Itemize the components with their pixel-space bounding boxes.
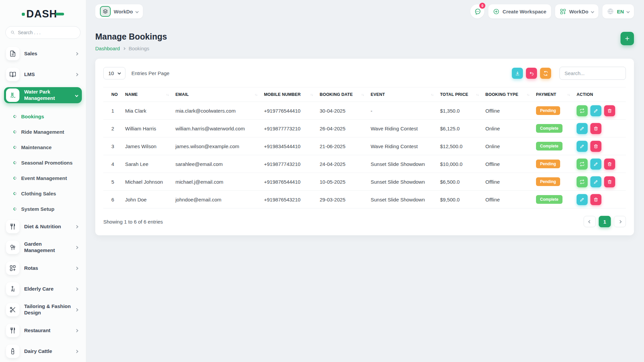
cell-event: Sunset Slide Showdown bbox=[367, 173, 437, 191]
book-icon bbox=[6, 68, 19, 81]
edit-button[interactable] bbox=[590, 176, 601, 187]
sidebar-subitem-maintenance[interactable]: Maintenance bbox=[4, 139, 82, 155]
app-logo[interactable]: DASH bbox=[0, 8, 86, 20]
delete-button[interactable] bbox=[590, 123, 601, 134]
sidebar: DASH Sales LMS bbox=[0, 0, 86, 362]
delete-button[interactable] bbox=[590, 194, 601, 205]
language-selector[interactable]: EN bbox=[602, 4, 634, 18]
cell-event: Sunset Slide Showdown bbox=[367, 191, 437, 208]
sidebar-item-label: Garden Management bbox=[24, 241, 71, 254]
sidebar-item-tailoring-fashion-design[interactable]: Tailoring & Fashion Design bbox=[4, 302, 82, 318]
edit-button[interactable] bbox=[577, 123, 588, 134]
waterslide-icon bbox=[6, 88, 19, 102]
language-label: EN bbox=[617, 9, 624, 14]
cell-mobile: +919877773210 bbox=[261, 120, 316, 137]
sort-icon[interactable]: ↑↓ bbox=[567, 93, 570, 97]
cell-name: James Wilson bbox=[122, 137, 172, 155]
cell-no: 5 bbox=[103, 173, 122, 191]
table-actions bbox=[512, 67, 626, 80]
cell-mobile: +919834544410 bbox=[261, 137, 316, 155]
cell-action bbox=[573, 102, 626, 120]
sidebar-item-rotas[interactable]: Rotas bbox=[4, 260, 82, 276]
sort-icon[interactable]: ↑↓ bbox=[431, 93, 433, 97]
cell-email: william.harris@waterworld.com bbox=[172, 120, 261, 137]
sidebar-item-restaurant[interactable]: Restaurant bbox=[4, 322, 82, 339]
delete-button[interactable] bbox=[604, 176, 615, 187]
subitem-label: Bookings bbox=[21, 114, 44, 119]
back-button[interactable] bbox=[526, 68, 537, 79]
workspace-name: WorkDo bbox=[114, 9, 133, 14]
table-search-input[interactable] bbox=[559, 67, 626, 80]
edit-button[interactable] bbox=[577, 194, 588, 205]
pencil-icon bbox=[593, 179, 598, 184]
pagination-next-button[interactable] bbox=[614, 216, 626, 227]
sidebar-item-lms[interactable]: LMS bbox=[4, 66, 82, 82]
pencil-icon bbox=[580, 144, 585, 149]
col-header-price: TOTAL PRICE↑↓ bbox=[437, 87, 482, 102]
pagination-page-1[interactable]: 1 bbox=[599, 216, 611, 227]
app-root: DASH Sales LMS bbox=[0, 0, 644, 362]
sidebar-subitem-bookings[interactable]: Bookings bbox=[4, 109, 82, 124]
trash-icon bbox=[607, 162, 612, 167]
sidebar-subitem-ride-management[interactable]: Ride Management bbox=[4, 124, 82, 139]
cell-mobile: +919877743210 bbox=[261, 155, 316, 173]
bullet-icon bbox=[13, 114, 17, 119]
sidebar-subitem-system-setup[interactable]: System Setup bbox=[4, 201, 82, 217]
edit-button[interactable] bbox=[577, 141, 588, 152]
delete-button[interactable] bbox=[604, 159, 615, 170]
cell-date: 10-05-2025 bbox=[316, 173, 367, 191]
repeat-icon bbox=[580, 179, 585, 184]
sidebar-search-input[interactable] bbox=[18, 30, 75, 35]
cell-mobile: +919876544410 bbox=[261, 173, 316, 191]
sidebar-item-elderly-care[interactable]: Elderly Care bbox=[4, 281, 82, 297]
sidebar-item-diet-nutrition[interactable]: Diet & Nutrition bbox=[4, 219, 82, 235]
search-icon bbox=[10, 30, 15, 35]
pagination-prev-button[interactable] bbox=[584, 216, 596, 227]
sync-status-button[interactable] bbox=[577, 176, 588, 187]
sidebar-subitem-clothing-sales[interactable]: Clothing Sales bbox=[4, 186, 82, 201]
add-booking-button[interactable] bbox=[621, 32, 634, 45]
delete-button[interactable] bbox=[604, 105, 615, 116]
sort-icon[interactable]: ↑↓ bbox=[255, 93, 257, 97]
sidebar-item-dairy-cattle[interactable]: Dairy Cattle bbox=[4, 343, 82, 359]
sidebar-item-water-park-management[interactable]: Water Park Management bbox=[4, 87, 82, 103]
sort-icon[interactable]: ↑↓ bbox=[361, 93, 364, 97]
bullet-icon bbox=[13, 145, 17, 149]
sync-status-button[interactable] bbox=[577, 159, 588, 170]
create-workspace-button[interactable]: Create Workspace bbox=[488, 4, 551, 18]
cell-type: Online bbox=[482, 120, 533, 137]
edit-button[interactable] bbox=[590, 105, 601, 116]
sort-icon[interactable]: ↑↓ bbox=[310, 93, 313, 97]
sort-icon[interactable]: ↑↓ bbox=[527, 93, 529, 97]
export-button[interactable] bbox=[512, 68, 523, 79]
sidebar-item-garden-management[interactable]: Garden Management bbox=[4, 239, 82, 255]
cell-type: Online bbox=[482, 137, 533, 155]
sidebar-item-label: LMS bbox=[24, 71, 71, 78]
trash-icon bbox=[607, 179, 612, 184]
bullet-icon bbox=[13, 207, 17, 211]
fork-knife-icon bbox=[6, 220, 19, 233]
sort-icon[interactable]: ↑↓ bbox=[166, 93, 169, 97]
sidebar-subitem-seasonal-promotions[interactable]: Seasonal Promotions bbox=[4, 155, 82, 170]
cell-payment: Pending bbox=[533, 155, 573, 173]
sidebar-item-sales[interactable]: Sales bbox=[4, 46, 82, 62]
chevron-right-icon bbox=[75, 52, 78, 55]
messages-button[interactable]: 0 bbox=[470, 4, 484, 18]
breadcrumb-dashboard-link[interactable]: Dashboard bbox=[95, 46, 120, 51]
workdo-dropdown[interactable]: WorkDo bbox=[555, 4, 598, 18]
cell-type: Offline bbox=[482, 155, 533, 173]
sync-status-button[interactable] bbox=[577, 105, 588, 116]
refresh-button[interactable] bbox=[540, 68, 551, 79]
sort-icon[interactable]: ↑↓ bbox=[476, 93, 479, 97]
sidebar-search bbox=[5, 26, 80, 39]
edit-button[interactable] bbox=[590, 159, 601, 170]
sidebar-subitem-event-management[interactable]: Event Management bbox=[4, 170, 82, 186]
plus-icon bbox=[624, 36, 630, 42]
entries-per-page-select[interactable]: 10 bbox=[103, 67, 125, 79]
cell-payment: Complete bbox=[533, 191, 573, 208]
repeat-icon bbox=[580, 108, 585, 113]
workspace-switcher[interactable]: WorkDo bbox=[95, 4, 143, 18]
breadcrumb-current: Bookings bbox=[128, 46, 149, 51]
delete-button[interactable] bbox=[590, 141, 601, 152]
cell-email: johndoe@email.com bbox=[172, 191, 261, 208]
